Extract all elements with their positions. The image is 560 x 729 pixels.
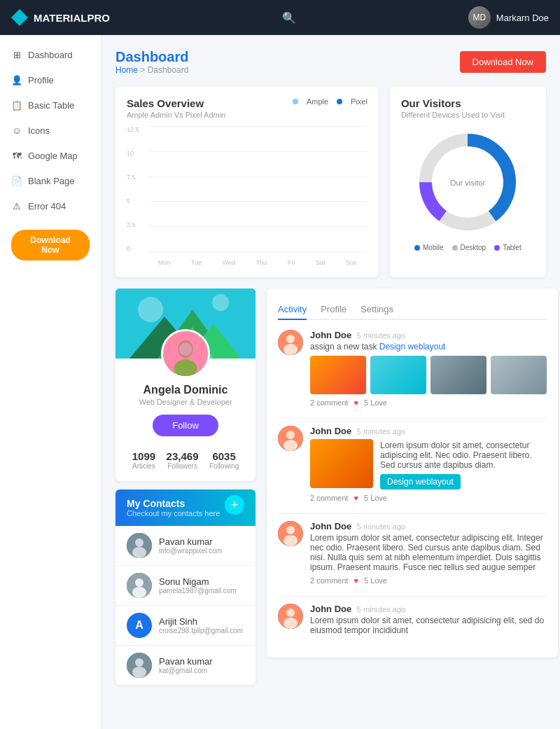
svg-point-20 — [132, 587, 146, 598]
bar-chart — [148, 126, 368, 252]
followers-count: 23,469 — [167, 450, 199, 462]
activity-item: John Doe 5 minutes ago Lorem ipsum dolor… — [278, 604, 547, 635]
sidebar-item-blank-page[interactable]: 📄 Blank Page — [0, 168, 101, 193]
svg-point-34 — [286, 609, 295, 617]
x-label-fri: Fri — [288, 259, 295, 266]
user-name: Markarn Doe — [496, 13, 549, 23]
x-axis: Mon Tue Wed Thu Fri Sat Sun — [148, 259, 368, 266]
followers-label: Followers — [167, 462, 199, 470]
heart-icon: ♥ — [354, 494, 358, 502]
visitors-subtitle: Different Devices Used to Visit — [401, 111, 535, 119]
x-label-tue: Tue — [191, 259, 202, 266]
svg-point-25 — [286, 335, 295, 343]
activity-time: 5 minutes ago — [357, 331, 405, 340]
dashboard-icon: ⊞ — [11, 49, 22, 60]
add-contact-button[interactable]: + — [225, 495, 244, 515]
contacts-header: My Contacts Checkout my contacts here + — [115, 490, 255, 526]
contact-item: Pavan kumar info@wrappixel.com — [115, 526, 255, 566]
table-icon: 📋 — [11, 99, 22, 111]
tab-settings[interactable]: Settings — [360, 300, 393, 320]
download-now-button[interactable]: Download Now — [460, 51, 546, 73]
breadcrumb-home[interactable]: Home — [115, 65, 138, 75]
svg-point-35 — [284, 618, 298, 629]
legend-mobile: Mobile — [414, 244, 443, 251]
contact-info: Sonu Nigam pamela1987@gmail.com — [159, 576, 237, 595]
sidebar-item-error-404[interactable]: ⚠ Error 404 — [0, 193, 101, 218]
sidebar-label-blank: Blank Page — [28, 176, 75, 186]
contacts-subtitle: Checkout my contacts here — [127, 509, 220, 518]
sales-overview-card: Sales Overview Ample Admin Vs Pixel Admi… — [115, 86, 379, 277]
donut-legend: Mobile Desktop Tablet — [414, 244, 522, 251]
sidebar-item-google-map[interactable]: 🗺 Google Map — [0, 143, 101, 168]
divider — [278, 418, 547, 419]
tab-profile[interactable]: Profile — [321, 300, 346, 320]
sidebar-item-profile[interactable]: 👤 Profile — [0, 67, 101, 92]
contact-avatar — [127, 573, 152, 598]
svg-point-26 — [284, 344, 298, 355]
sidebar-download-button[interactable]: Download Now — [11, 230, 90, 261]
svg-point-29 — [284, 440, 298, 451]
brand-logo-area: MATERIALPRO — [11, 9, 110, 26]
svg-point-6 — [212, 294, 229, 311]
contact-item: Sonu Nigam pamela1987@gmail.com — [115, 566, 255, 606]
legend-pixel-dot — [337, 99, 342, 104]
breadcrumb-current: Dashboard — [148, 65, 189, 75]
articles-label: Articles — [132, 462, 155, 470]
sales-subtitle: Ample Admin Vs Pixel Admin — [127, 111, 225, 119]
activity-time: 5 minutes ago — [357, 427, 405, 436]
svg-point-5 — [138, 297, 163, 322]
y-label-0: 0 — [127, 245, 146, 252]
svg-point-31 — [286, 526, 295, 534]
activity-images — [310, 356, 547, 394]
tab-activity[interactable]: Activity — [278, 300, 307, 320]
breadcrumb-area: Dashboard Home > Dashboard Download Now — [115, 49, 546, 75]
donut-chart-container: Our visitor Mobile Desktop Tablet — [401, 126, 535, 251]
contact-item: Pavan kumar kat@gmail.com — [115, 646, 255, 685]
following-label: Following — [209, 462, 239, 470]
chart-legend: Ample Pixel — [293, 97, 368, 106]
contact-info: Pavan kumar kat@gmail.com — [159, 656, 213, 674]
svg-point-32 — [284, 535, 298, 546]
activity-body-text: Lorem ipsum dolor sit amet, consectetur … — [310, 616, 547, 635]
contact-email: pamela1987@gmail.com — [159, 587, 237, 595]
activity-body-text: Lorem ipsum dolor sit amet, consectetur … — [310, 533, 547, 572]
activity-image — [491, 356, 547, 394]
sidebar-label-map: Google Map — [28, 151, 78, 161]
sidebar-item-basic-table[interactable]: 📋 Basic Table — [0, 92, 101, 118]
sidebar-label-table: Basic Table — [28, 100, 74, 111]
activity-link[interactable]: Design weblayout — [379, 342, 446, 352]
activity-item: John Doe 5 minutes ago assign a new task… — [278, 330, 547, 407]
activity-content: John Doe 5 minutes ago Lorem ipsum dolor… — [310, 604, 547, 635]
activity-avatar — [278, 330, 303, 355]
love-count: 5 Love — [364, 398, 387, 407]
breadcrumb-separator: > — [140, 65, 147, 75]
design-tag[interactable]: Design weblayout — [380, 474, 461, 490]
avatar: MD — [468, 6, 491, 29]
stat-followers: 23,469 Followers — [167, 450, 199, 470]
comment-count: 2 comment — [310, 494, 348, 502]
breadcrumb-left: Dashboard Home > Dashboard — [115, 49, 188, 75]
search-icon[interactable]: 🔍 — [282, 11, 296, 25]
contact-avatar — [127, 533, 152, 558]
stat-articles: 1099 Articles — [132, 450, 155, 470]
x-label-wed: Wed — [223, 259, 235, 266]
blank-page-icon: 📄 — [11, 175, 22, 186]
svg-point-28 — [286, 431, 295, 439]
activity-content: John Doe 5 minutes ago Lorem ipsum dolor… — [310, 426, 547, 502]
svg-point-17 — [132, 547, 146, 558]
sidebar-item-dashboard[interactable]: ⊞ Dashboard — [0, 42, 101, 67]
sidebar-item-icons[interactable]: ☺ Icons — [0, 118, 101, 143]
activity-item: John Doe 5 minutes ago Lorem ipsum dolor… — [278, 521, 547, 585]
follow-button[interactable]: Follow — [153, 415, 218, 436]
activity-image — [310, 356, 366, 394]
tablet-label: Tablet — [503, 244, 522, 251]
y-axis: 12.5 10 7.5 5 2.5 0 — [127, 126, 146, 252]
user-menu[interactable]: MD Markarn Doe — [468, 6, 549, 29]
heart-icon: ♥ — [354, 398, 358, 407]
sidebar-label-profile: Profile — [28, 75, 54, 85]
x-label-mon: Mon — [158, 259, 171, 266]
activity-avatar — [278, 521, 303, 546]
activity-text-body: Lorem ipsum dolor sit amet, consectetur … — [380, 439, 547, 490]
contact-email: kat@gmail.com — [159, 667, 213, 674]
contact-email: info@wrappixel.com — [159, 547, 222, 555]
